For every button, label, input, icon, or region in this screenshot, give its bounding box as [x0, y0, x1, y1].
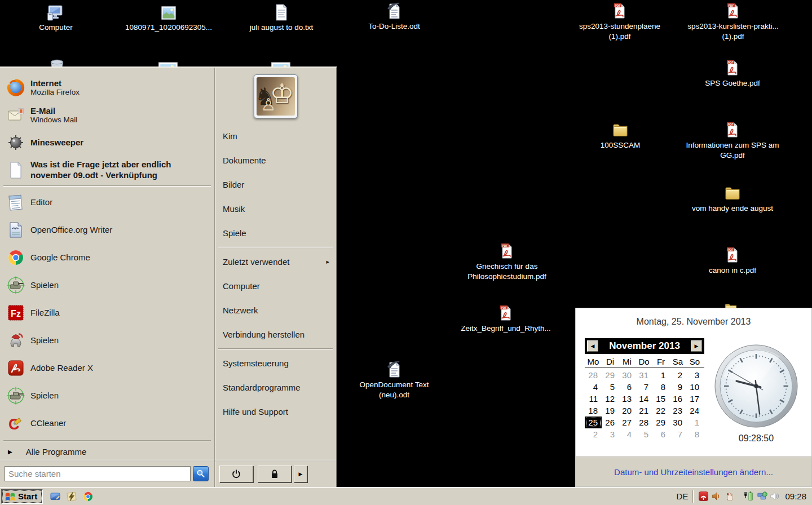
- showdesktop-quicklaunch-button[interactable]: [50, 491, 61, 502]
- calendar-day[interactable]: 18: [585, 405, 602, 417]
- battery-tray-icon[interactable]: [744, 491, 754, 502]
- start-menu-item[interactable]: Spielen: [0, 271, 214, 299]
- calendar-day[interactable]: 13: [619, 393, 636, 405]
- start-menu-item[interactable]: CCleaner: [0, 409, 214, 437]
- calendar-day[interactable]: 12: [602, 393, 619, 405]
- desktop-icon-zeitx-begriff[interactable]: Zeitx_Begriff_und_Rhyth...: [449, 302, 562, 334]
- start-menu-right-item-computer[interactable]: Computer: [215, 274, 336, 298]
- calendar-day[interactable]: 10: [686, 381, 703, 393]
- calendar-day[interactable]: 2: [669, 369, 686, 381]
- start-menu-right-item-netzwerk[interactable]: Netzwerk: [215, 298, 336, 322]
- start-menu-item[interactable]: Was ist die Frage jetzt aber endlich nov…: [0, 156, 214, 184]
- calendar-day-selected[interactable]: 25: [585, 417, 602, 428]
- calendar-day[interactable]: 27: [619, 417, 636, 428]
- lock-button[interactable]: [258, 466, 292, 482]
- calendar-day[interactable]: 30: [669, 417, 686, 428]
- desktop-icon-informationen-sps[interactable]: Informationen zum SPS amGG.pdf: [679, 119, 786, 161]
- search-button[interactable]: [193, 466, 209, 481]
- start-menu-right-item-systemsteuerung[interactable]: Systemsteuerung: [215, 351, 336, 375]
- calendar-day[interactable]: 26: [602, 417, 619, 428]
- desktop-icon-todo-liste[interactable]: To-Do-Liste.odt: [349, 0, 439, 32]
- desktop-icon-canon-in-c[interactable]: canon in c.pdf: [687, 244, 778, 276]
- calendar-day[interactable]: 3: [602, 428, 619, 440]
- calendar-day[interactable]: 19: [602, 405, 619, 417]
- start-menu-item[interactable]: Editor: [0, 188, 214, 216]
- start-menu-right-item-zuletzt-verwendet[interactable]: Zuletzt verwendet▸: [215, 250, 336, 274]
- calendar-day[interactable]: 28: [585, 369, 602, 381]
- calendar-day[interactable]: 5: [602, 381, 619, 393]
- change-datetime-link[interactable]: Datum- und Uhrzeiteinstellungen ändern..…: [614, 467, 773, 477]
- language-indicator[interactable]: DE: [677, 491, 689, 501]
- calendar-day[interactable]: 1: [652, 369, 669, 381]
- calendar-day[interactable]: 31: [636, 369, 652, 381]
- calendar-day[interactable]: 16: [669, 393, 686, 405]
- calendar-day[interactable]: 24: [686, 405, 703, 417]
- network-tray-icon[interactable]: [757, 491, 767, 502]
- calendar-day[interactable]: 15: [652, 393, 669, 405]
- user-avatar[interactable]: ♞ ♔ ♙: [254, 74, 298, 118]
- calendar-day[interactable]: 29: [602, 369, 619, 381]
- calendar-day[interactable]: 8: [652, 381, 669, 393]
- start-menu-item[interactable]: FileZilla: [0, 299, 214, 326]
- shutdown-options-button[interactable]: ▶: [294, 466, 307, 482]
- start-menu-item[interactable]: Adobe Reader X: [0, 354, 214, 382]
- desktop-icon-sps2013-kurslisten[interactable]: sps2013-kurslisten-prakti...(1).pdf: [685, 0, 782, 42]
- calendar-day[interactable]: 7: [669, 428, 686, 440]
- start-button[interactable]: Start: [1, 489, 43, 504]
- calendar-day[interactable]: 29: [652, 417, 669, 428]
- calendar-day[interactable]: 28: [636, 417, 652, 428]
- chrome-quicklaunch-button[interactable]: [82, 491, 94, 502]
- desktop-icon-vom-handy-ende-august[interactable]: vom handy ende august: [679, 182, 786, 214]
- calendar-day[interactable]: 3: [686, 369, 703, 381]
- avira-tray-icon[interactable]: [698, 491, 709, 502]
- hand-tray-icon[interactable]: [724, 491, 735, 502]
- desktop-icon-juli-august-todo[interactable]: juli august to do.txt: [233, 1, 329, 33]
- clock-label[interactable]: 09:28: [785, 491, 806, 501]
- start-menu-right-item-dokumente[interactable]: Dokumente: [215, 148, 336, 172]
- speakerwaves-tray-icon[interactable]: [770, 491, 780, 502]
- calendar-day[interactable]: 8: [686, 428, 703, 440]
- calendar-day[interactable]: 1: [686, 417, 703, 428]
- calendar-day[interactable]: 4: [619, 428, 636, 440]
- start-menu-right-item-kim[interactable]: Kim: [215, 124, 336, 148]
- start-menu-item[interactable]: Minesweeper: [0, 129, 214, 156]
- start-menu-right-item-verbindung-herstellen[interactable]: Verbindung herstellen: [215, 322, 336, 347]
- desktop-icon-sps-goethe[interactable]: SPS Goethe.pdf: [687, 57, 778, 88]
- start-menu-right-item-spiele[interactable]: Spiele: [215, 221, 336, 245]
- start-menu-item[interactable]: OpenOffice.org Writer: [0, 216, 214, 243]
- start-menu-right-item-standardprogramme[interactable]: Standardprogramme: [215, 375, 336, 400]
- start-menu-right-item-bilder[interactable]: Bilder: [215, 172, 336, 197]
- start-menu-item[interactable]: InternetMozilla Firefox: [0, 73, 214, 101]
- calendar-day[interactable]: 14: [636, 393, 652, 405]
- start-menu-right-item-musik[interactable]: Musik: [215, 197, 336, 221]
- start-menu-right-item-hilfe-und-support[interactable]: Hilfe und Support: [215, 400, 336, 424]
- prev-month-button[interactable]: ◀: [587, 340, 598, 352]
- calendar-day[interactable]: 5: [636, 428, 652, 440]
- calendar-day[interactable]: 9: [669, 381, 686, 393]
- calendar-day[interactable]: 7: [636, 381, 652, 393]
- calendar-day[interactable]: 11: [585, 393, 602, 405]
- calendar-day[interactable]: 2: [585, 428, 602, 440]
- power-button[interactable]: [219, 466, 253, 482]
- calendar-day[interactable]: 17: [686, 393, 703, 405]
- desktop-icon-griechisch[interactable]: Griechisch für dasPhilosophiestudium.pdf: [455, 240, 559, 282]
- lightning-quicklaunch-button[interactable]: [66, 491, 77, 502]
- calendar-day[interactable]: 20: [619, 405, 636, 417]
- all-programs-item[interactable]: ▶ Alle Programme: [0, 443, 214, 460]
- start-menu-item[interactable]: Spielen: [0, 326, 214, 354]
- desktop-icon-photo-1080971[interactable]: 1080971_10200692305...: [121, 1, 217, 33]
- speakerorange-tray-icon[interactable]: [711, 491, 722, 502]
- calendar-day[interactable]: 23: [669, 405, 686, 417]
- start-menu-item[interactable]: Spielen: [0, 382, 214, 409]
- desktop-icon-opendocument-neu[interactable]: OpenDocument Text(neu).odt: [349, 358, 439, 400]
- desktop-icon-sps2013-stundenplaene[interactable]: sps2013-stundenplaene(1).pdf: [572, 0, 668, 42]
- next-month-button[interactable]: ▶: [691, 340, 702, 352]
- calendar-day[interactable]: 30: [619, 369, 636, 381]
- calendar-day[interactable]: 21: [636, 405, 652, 417]
- calendar-day[interactable]: 22: [652, 405, 669, 417]
- search-input[interactable]: [5, 466, 191, 481]
- calendar-day[interactable]: 6: [652, 428, 669, 440]
- calendar-day[interactable]: 4: [585, 381, 602, 393]
- calendar-day[interactable]: 6: [619, 381, 636, 393]
- desktop-icon-100sscam[interactable]: 100SSCAM: [575, 119, 665, 150]
